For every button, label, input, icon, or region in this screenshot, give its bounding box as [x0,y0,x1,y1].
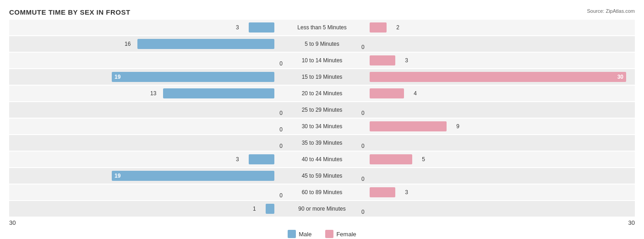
male-value: 19 [115,74,120,80]
row-label: 60 to 89 Minutes [276,189,368,196]
bar-row: 0 60 to 89 Minutes 3 [9,185,635,200]
female-value: 9 [456,123,459,130]
female-bar: 5 [370,154,412,164]
right-section: 0 [368,168,635,184]
left-section: 0 [9,53,276,68]
female-bar: 3 [370,55,395,65]
right-section: 5 [368,152,635,167]
bar-row: 3 40 to 44 Minutes 5 [9,152,635,167]
bar-row: 0 25 to 29 Minutes 0 [9,102,635,118]
legend: Male Female [9,230,635,238]
row-label: 35 to 39 Minutes [276,140,368,146]
row-label: 30 to 34 Minutes [276,123,368,130]
bar-row: 1 90 or more Minutes 0 [9,201,635,217]
male-bar: 1 [266,204,274,214]
left-section: 0 [9,135,276,151]
left-section: 3 [9,152,276,167]
axis-left-label: 30 [9,219,16,226]
male-legend-color [288,230,296,238]
row-label: 20 to 24 Minutes [276,90,368,97]
left-section: 16 [9,36,276,52]
female-value: 4 [414,90,417,97]
legend-female: Female [325,230,356,238]
left-section: 0 [9,102,276,118]
bar-row: 0 30 to 34 Minutes 9 [9,119,635,134]
male-value: 16 [125,41,131,47]
bar-row: 16 5 to 9 Minutes 0 [9,36,635,52]
chart-container: COMMUTE TIME BY SEX IN FROST Source: Zip… [0,0,644,239]
left-section: 0 [9,119,276,134]
row-label: Less than 5 Minutes [276,24,368,31]
male-bar: 13 [163,88,274,98]
right-section: 0 [368,36,635,52]
male-value: 3 [236,156,239,163]
male-bar: 19 [112,72,274,82]
left-section: 19 [9,168,276,184]
female-bar: 9 [370,121,447,131]
female-value: 3 [405,189,408,196]
row-label: 25 to 29 Minutes [276,107,368,113]
legend-male: Male [288,230,311,238]
right-section: 0 [368,102,635,118]
male-bar: 3 [249,22,274,33]
female-bar: 30 [370,72,626,82]
left-section: 0 [9,185,276,200]
bar-row: 0 35 to 39 Minutes 0 [9,135,635,151]
right-section: 9 [368,119,635,134]
female-bar: 3 [370,187,395,197]
female-value: 5 [422,156,425,163]
male-legend-label: Male [299,231,311,238]
male-value: 3 [236,24,239,31]
female-bar: 2 [370,22,387,33]
row-label: 10 to 14 Minutes [276,57,368,64]
right-section: 30 [368,69,635,85]
right-section: 0 [368,201,635,217]
bar-row: 19 45 to 59 Minutes 0 [9,168,635,184]
male-value: 13 [150,90,156,97]
female-legend-label: Female [336,231,356,238]
axis-right-label: 30 [628,219,635,226]
left-section: 3 [9,20,276,35]
bar-row: 3 Less than 5 Minutes 2 [9,20,635,35]
right-section: 4 [368,86,635,101]
left-section: 13 [9,86,276,101]
right-section: 0 [368,135,635,151]
female-value: 30 [617,74,623,80]
row-label: 5 to 9 Minutes [276,41,368,47]
female-value: 3 [405,57,408,64]
male-value: 19 [115,173,120,179]
row-label: 40 to 44 Minutes [276,156,368,163]
female-value: 2 [396,24,399,31]
bars-area: 3 Less than 5 Minutes 2 16 5 to 9 Minute… [9,20,635,217]
row-label: 90 or more Minutes [276,206,368,212]
axis-bottom: 30 30 [9,219,635,226]
left-section: 1 [9,201,276,217]
chart-title: COMMUTE TIME BY SEX IN FROST [9,8,635,16]
row-label: 45 to 59 Minutes [276,173,368,179]
male-bar: 19 [112,171,274,181]
row-label: 15 to 19 Minutes [276,74,368,80]
bar-row: 13 20 to 24 Minutes 4 [9,86,635,101]
male-value: 1 [253,206,256,212]
male-bar: 3 [249,154,274,164]
bar-row: 0 10 to 14 Minutes 3 [9,53,635,68]
left-section: 19 [9,69,276,85]
male-bar: 16 [137,39,274,49]
right-section: 2 [368,20,635,35]
right-section: 3 [368,53,635,68]
female-bar: 4 [370,88,404,98]
bar-row: 19 15 to 19 Minutes 30 [9,69,635,85]
source-label: Source: ZipAtlas.com [587,8,635,14]
right-section: 3 [368,185,635,200]
female-legend-color [325,230,333,238]
